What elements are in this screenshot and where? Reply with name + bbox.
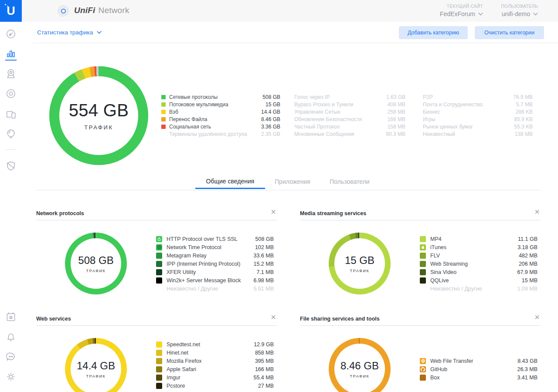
legend-value: 5.7 MB [516,101,533,108]
donut-label: ТРАФИК [86,374,106,378]
user-label: ПОЛЬЗОВАТЕЛЬ [501,4,538,9]
donut-value: 508 GB [78,254,113,267]
alerts-bell-icon[interactable] [5,331,17,342]
legend-row: Win2k+ Server Message Block 6.98 MB [156,276,274,284]
card-title: Media streaming services [300,210,366,216]
insights-lamp-icon[interactable] [5,128,17,139]
legend-row: Неизвестно / Другие 5.51 MB [156,284,274,293]
file-sharing-donut: 8.46 GB ТРАФИК [329,338,391,392]
close-icon[interactable]: × [534,313,540,321]
add-category-button[interactable]: Добавить категорию [399,26,468,39]
legend-label: Вэб [169,109,178,115]
legend-label: Сетевые протоколы [169,94,218,100]
legend-value: 26.3 MB [517,366,538,372]
legend-label: Sina Video [430,269,456,275]
legend-label: Apple Safari [167,366,196,372]
card-divider [36,325,277,326]
legend-swatch [156,366,162,372]
network-protocols-donut: 508 GB ТРАФИК [65,233,127,294]
legend-swatch [156,277,162,284]
chevron-down-icon [533,13,538,16]
legend-swatch [420,269,426,275]
dashboard-gauge-icon[interactable] [5,28,17,40]
legend-label: Network Time Protocol [167,244,221,250]
legend-value: 15 GB [265,101,280,108]
legend-row: Обновление Безопастности 166 MB [294,115,405,123]
legend-value: 15 MB [522,277,538,284]
globe-icon [420,358,426,364]
legend-value: 55.3 KB [514,124,533,130]
web-services-donut: 14.4 GB ТРАФИК [65,338,127,392]
clients-devices-icon[interactable] [5,108,17,120]
chat-icon[interactable] [5,351,17,362]
legend-label: QQLive [430,277,449,284]
legend-value: 138 MB [515,131,533,137]
legend-row: iTunes 3.18 GB [420,243,538,251]
legend-row: Неизвестно / Другие 1.09 MB [420,284,538,293]
close-icon[interactable]: × [534,207,540,216]
legend-swatch [156,253,162,259]
user-dropdown[interactable]: ПОЛЬЗОВАТЕЛЬ unifi-demo [501,4,538,17]
close-icon[interactable]: × [271,313,276,321]
events-calendar-icon[interactable] [5,311,17,322]
legend-row: Speedtest.net 12.9 GB [156,340,274,348]
legend-swatch [161,117,166,122]
legend-row: Apple Safari 166 MB [156,365,274,373]
logo-spark-dot2 [7,6,8,7]
tab-applications[interactable]: Приложения [265,174,320,189]
current-site-dropdown[interactable]: ТЕКУЩИЙ САЙТ FedExForum [440,4,483,17]
legend-row: Социальная сеть 3.36 GB [161,123,280,130]
github-icon [420,366,426,372]
legend-label: Голос через IP [294,94,330,100]
clock-icon [156,244,162,250]
legend-label: iTunes [430,244,446,250]
legend-row: Рынок ценных бумаг 55.3 KB [423,123,533,130]
legend-value: 15.2 MB [253,261,274,267]
close-icon[interactable]: × [271,207,276,216]
legend-value: 7.1 MB [256,269,274,275]
legend-row: Network Time Protocol 102 MB [156,243,274,251]
settings-gear-icon[interactable] [5,371,17,382]
devices-disc-icon[interactable] [5,88,17,99]
threats-shield-icon[interactable] [5,160,17,172]
legend-value: 5.51 MB [253,286,274,292]
card-title: Web services [36,316,71,322]
donut-value: 8.46 GB [340,360,379,372]
top-bar: UniFiNetwork ТЕКУЩИЙ САЙТ FedExForum ПОЛ… [22,0,558,22]
tab-users[interactable]: Пользователи [320,174,380,189]
donut-center: 554 GB ТРАФИК [59,76,138,155]
chevron-down-icon [478,13,483,16]
legend-value: 166 MB [255,366,274,372]
legend-swatch [420,261,426,267]
donut-center: 15 GB ТРАФИК [334,238,385,289]
badge-ring [61,9,66,14]
legend-row: Частный Протокол 158 MB [294,123,405,130]
legend-label: P2P [423,94,433,100]
legend-swatch [161,95,166,99]
legend-swatch [420,277,426,284]
page-title-dropdown[interactable]: Статистика трафика [37,29,102,36]
legend-swatch [161,125,166,129]
legend-value: 90.3 MB [386,131,405,137]
legend-row: Box 3.41 MB [420,373,538,382]
legend-label: Социальная сеть [169,124,211,130]
legend-value: 508 GB [255,236,274,242]
legend-row: Imgur 55.4 MB [156,373,274,382]
card-legend: HTTP Protocol over TLS SSL 508 GB Networ… [156,235,274,293]
legend-value: 408 MB [388,101,405,108]
statistics-bars-icon[interactable] [5,48,17,59]
clear-categories-button[interactable]: Очистить категории [475,26,544,39]
legend-label: Hinet.net [167,350,188,356]
legend-swatch [156,350,162,356]
legend-value: 482 MB [519,253,538,259]
legend-row: XFER Utility 7.1 MB [156,268,274,276]
tab-overview[interactable]: Общие сведения [195,174,265,189]
donut-value: 14.4 GB [77,360,115,372]
legend-row: Hinet.net 858 MB [156,348,274,357]
legend-value: 1.09 MB [517,286,538,292]
github-icon [420,367,425,372]
legend-label: Pcstore [167,383,185,389]
map-pin-icon[interactable] [5,68,17,79]
ubiquiti-logo[interactable]: U [0,0,22,22]
legend-value: 1.63 GB [386,94,405,100]
